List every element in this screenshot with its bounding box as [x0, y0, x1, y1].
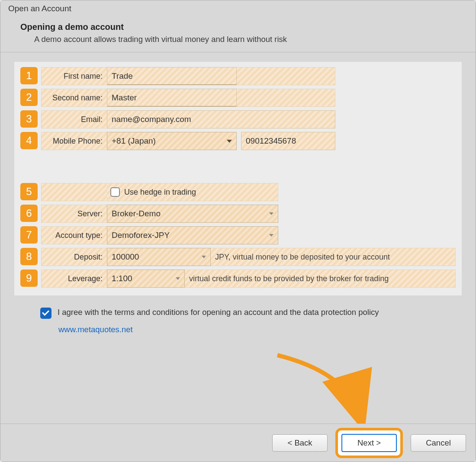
account-type-label: Account type:: [41, 226, 107, 244]
button-bar: < Back Next > Cancel: [0, 424, 476, 462]
account-type-value: Demoforex-JPY: [112, 231, 170, 240]
hedge-label-spacer: [41, 183, 107, 201]
chevron-down-icon: [227, 140, 232, 143]
cancel-button[interactable]: Cancel: [411, 434, 466, 452]
email-label: Email:: [41, 110, 107, 128]
deposit-row: 8 Deposit: 100000 JPY, virtual money to …: [20, 248, 456, 266]
email-input-cell: [107, 110, 335, 128]
leverage-label: Leverage:: [41, 270, 107, 288]
next-button-highlight: Next >: [335, 428, 403, 458]
server-row: 6 Server: Broker-Demo: [20, 205, 456, 223]
heading-title: Opening a demo account: [20, 22, 456, 32]
deposit-label: Deposit:: [41, 248, 107, 266]
badge-6: 6: [20, 205, 38, 222]
deposit-trail: JPY, virtual money to be deposited to yo…: [211, 248, 456, 266]
badge-1: 1: [20, 67, 38, 84]
second-name-input[interactable]: [107, 89, 236, 106]
badge-3: 3: [20, 110, 38, 128]
second-name-label: Second name:: [41, 89, 107, 107]
leverage-select[interactable]: 1:100: [107, 270, 185, 288]
account-type-row: 7 Account type: Demoforex-JPY: [20, 226, 456, 244]
badge-4: 4: [20, 132, 38, 149]
chevron-down-icon: [269, 234, 273, 237]
window-title: Open an Account: [0, 0, 476, 16]
leverage-row: 9 Leverage: 1:100 virtual credit funds t…: [20, 270, 456, 288]
badge-5: 5: [20, 183, 38, 200]
badge-7: 7: [20, 226, 38, 244]
first-name-input[interactable]: [107, 67, 236, 85]
dialog-window: Open an Account Opening a demo account A…: [0, 0, 476, 462]
server-select[interactable]: Broker-Demo: [107, 205, 278, 223]
leverage-value: 1:100: [112, 274, 132, 283]
email-row: 3 Email:: [20, 110, 456, 128]
chevron-down-icon: [269, 212, 273, 215]
account-type-select[interactable]: Demoforex-JPY: [107, 226, 278, 244]
phone-number-cell: [241, 132, 335, 150]
phone-country-value: +81 (Japan): [112, 136, 156, 146]
second-name-input-cell: [107, 89, 237, 107]
agreement-checkbox[interactable]: [40, 308, 51, 319]
email-input[interactable]: [107, 111, 335, 128]
agreement-text: I agree with the terms and conditions fo…: [58, 308, 379, 317]
agreement-link[interactable]: www.metaquotes.net: [58, 325, 476, 334]
phone-number-input[interactable]: [241, 132, 335, 150]
back-button[interactable]: < Back: [272, 434, 328, 452]
chevron-down-icon: [176, 277, 180, 280]
badge-9: 9: [20, 270, 38, 287]
heading-subtitle: A demo account allows trading with virtu…: [34, 35, 456, 44]
hedge-row: 5 Use hedge in trading: [20, 183, 456, 201]
phone-label: Mobile Phone:: [41, 132, 107, 150]
server-label: Server:: [41, 205, 107, 223]
chevron-down-icon: [202, 256, 206, 258]
deposit-select[interactable]: 100000: [107, 248, 211, 266]
badge-2: 2: [20, 89, 38, 106]
first-name-tail: [237, 67, 335, 85]
phone-country-select[interactable]: +81 (Japan): [107, 132, 237, 150]
first-name-input-cell: [107, 67, 237, 85]
hedge-checkbox[interactable]: [110, 187, 120, 197]
second-name-tail: [237, 89, 335, 107]
badge-8: 8: [20, 248, 38, 265]
first-name-label: First name:: [41, 67, 107, 85]
form-panel: 1 First name: 2 Second name: 3 Email:: [14, 62, 462, 295]
dialog-heading: Opening a demo account A demo account al…: [0, 16, 476, 52]
server-value: Broker-Demo: [112, 209, 161, 218]
agreement-row: I agree with the terms and conditions fo…: [40, 308, 476, 319]
second-name-row: 2 Second name:: [20, 89, 456, 107]
hedge-label-text: Use hedge in trading: [124, 188, 196, 197]
hedge-checkbox-cell: Use hedge in trading: [107, 183, 278, 201]
leverage-trail: virtual credit funds to be provided by t…: [185, 270, 456, 288]
deposit-value: 100000: [112, 252, 139, 262]
next-button[interactable]: Next >: [341, 434, 397, 452]
phone-row: 4 Mobile Phone: +81 (Japan): [20, 132, 456, 150]
first-name-row: 1 First name:: [20, 67, 456, 85]
